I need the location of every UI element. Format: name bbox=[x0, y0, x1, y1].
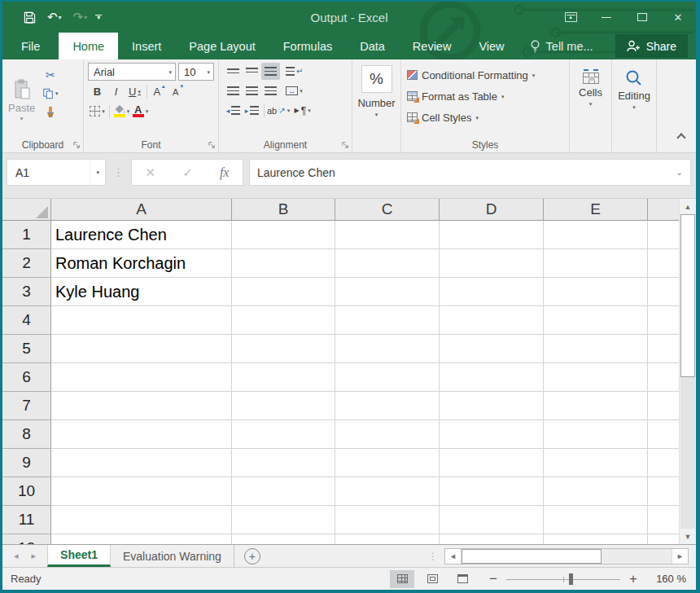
scroll-down-arrow[interactable]: ▼ bbox=[680, 529, 696, 544]
font-size-combo[interactable]: 10 ▾ bbox=[178, 63, 214, 81]
cell-A11[interactable] bbox=[51, 506, 232, 534]
clipboard-dialog-launcher[interactable] bbox=[73, 142, 81, 149]
cell-B3[interactable] bbox=[232, 278, 335, 306]
cell-D5[interactable] bbox=[440, 335, 544, 363]
normal-view-button[interactable] bbox=[390, 570, 414, 588]
cell-B8[interactable] bbox=[232, 420, 335, 449]
scroll-left-arrow[interactable]: ◄ bbox=[445, 549, 462, 564]
cell-A6[interactable] bbox=[51, 363, 232, 392]
tab-page-layout[interactable]: Page Layout bbox=[175, 33, 269, 59]
align-right-button[interactable] bbox=[261, 82, 280, 99]
new-sheet-button[interactable]: + bbox=[244, 548, 260, 564]
align-center-button[interactable] bbox=[243, 82, 261, 99]
zoom-level[interactable]: 160 % bbox=[650, 573, 686, 585]
cell-D8[interactable] bbox=[440, 420, 544, 449]
increase-font-size-button[interactable]: A▴ bbox=[150, 83, 168, 100]
cell-C1[interactable] bbox=[335, 221, 440, 249]
horizontal-scrollbar-thumb[interactable] bbox=[462, 549, 602, 564]
tab-insert[interactable]: Insert bbox=[118, 33, 175, 59]
merge-center-button[interactable]: ↔ ▾ bbox=[285, 82, 304, 99]
font-dialog-launcher[interactable] bbox=[208, 142, 216, 149]
ribbon-display-options-button[interactable]: ▴ bbox=[553, 5, 588, 29]
cell-E8[interactable] bbox=[544, 420, 648, 449]
row-header-7[interactable]: 7 bbox=[2, 392, 51, 420]
tab-home[interactable]: Home bbox=[59, 33, 118, 59]
cell-D2[interactable] bbox=[440, 249, 544, 278]
cell-C10[interactable] bbox=[335, 477, 440, 506]
scroll-right-arrow[interactable]: ► bbox=[672, 549, 688, 564]
cell-C3[interactable] bbox=[335, 278, 440, 306]
cell-C12[interactable] bbox=[335, 534, 440, 544]
cell-C5[interactable] bbox=[335, 335, 440, 363]
tab-view[interactable]: View bbox=[465, 33, 518, 59]
formula-bar-resize-dots[interactable]: ⋮ bbox=[113, 166, 124, 178]
cell-E6[interactable] bbox=[544, 363, 648, 392]
cell-A12[interactable] bbox=[51, 534, 232, 544]
row-header-11[interactable]: 11 bbox=[2, 506, 51, 534]
cell-A2[interactable]: Roman Korchagin bbox=[51, 249, 232, 278]
alignment-dialog-launcher[interactable] bbox=[342, 142, 349, 149]
bottom-align-button[interactable] bbox=[261, 63, 280, 80]
row-header-3[interactable]: 3 bbox=[2, 278, 51, 306]
close-button[interactable]: ✕ bbox=[660, 5, 696, 29]
font-name-combo[interactable]: Arial ▾ bbox=[88, 63, 176, 81]
tab-review[interactable]: Review bbox=[399, 33, 466, 59]
row-header-6[interactable]: 6 bbox=[2, 363, 51, 392]
cell-C7[interactable] bbox=[335, 392, 440, 420]
cell-A8[interactable] bbox=[51, 420, 232, 449]
sheet-tab-evaluation-warning[interactable]: Evaluation Warning bbox=[111, 545, 234, 567]
cell-A1[interactable]: Laurence Chen bbox=[51, 221, 232, 249]
row-header-1[interactable]: 1 bbox=[2, 221, 51, 249]
name-box[interactable]: A1 ▾ bbox=[7, 159, 106, 186]
cancel-entry-button[interactable]: ✕ bbox=[146, 165, 156, 180]
format-as-table-button[interactable]: Format as Table ▾ bbox=[401, 86, 569, 107]
cell-B9[interactable] bbox=[232, 449, 335, 477]
row-header-12[interactable]: 12 bbox=[2, 534, 51, 544]
decrease-indent-button[interactable]: ◂ bbox=[224, 102, 243, 119]
column-header-C[interactable]: C bbox=[335, 199, 440, 220]
formula-input[interactable]: Laurence Chen ⌄ bbox=[249, 159, 691, 186]
cell-D10[interactable] bbox=[440, 477, 544, 506]
page-break-view-button[interactable] bbox=[450, 570, 475, 588]
insert-function-button[interactable]: fx bbox=[220, 165, 230, 180]
cell-B2[interactable] bbox=[232, 249, 335, 278]
tell-me-button[interactable]: Tell me... bbox=[518, 33, 605, 59]
cell-C9[interactable] bbox=[335, 449, 440, 477]
cell-E11[interactable] bbox=[544, 506, 648, 534]
cell-D1[interactable] bbox=[440, 221, 544, 249]
cell-E2[interactable] bbox=[544, 249, 648, 278]
borders-button[interactable]: ▾ bbox=[88, 103, 107, 120]
zoom-out-button[interactable]: − bbox=[488, 571, 499, 587]
cell-B11[interactable] bbox=[232, 506, 335, 534]
cell-B5[interactable] bbox=[232, 335, 335, 363]
cell-D6[interactable] bbox=[440, 363, 544, 392]
row-header-2[interactable]: 2 bbox=[2, 249, 51, 278]
sheet-tab-sheet1[interactable]: Sheet1 bbox=[47, 545, 111, 567]
vertical-scrollbar-thumb[interactable] bbox=[680, 214, 695, 377]
cell-E5[interactable] bbox=[544, 335, 648, 363]
wrap-text-button[interactable]: ↵ bbox=[285, 63, 304, 80]
decrease-font-size-button[interactable]: A▾ bbox=[168, 83, 187, 100]
cell-A3[interactable]: Kyle Huang bbox=[51, 278, 232, 306]
cell-C11[interactable] bbox=[335, 506, 440, 534]
zoom-in-button[interactable]: + bbox=[628, 571, 639, 587]
font-color-button[interactable]: A ▾ bbox=[131, 103, 150, 120]
top-align-button[interactable] bbox=[224, 63, 243, 80]
row-header-4[interactable]: 4 bbox=[2, 306, 51, 335]
cell-E4[interactable] bbox=[544, 306, 648, 335]
cell-B6[interactable] bbox=[232, 363, 335, 392]
cell-styles-button[interactable]: Cell Styles ▾ bbox=[401, 107, 569, 128]
next-sheet-button[interactable]: ▸ bbox=[32, 551, 37, 561]
vertical-scrollbar-track[interactable] bbox=[680, 377, 695, 529]
cell-C2[interactable] bbox=[335, 249, 440, 278]
cells-button[interactable]: Cells ▾ bbox=[570, 63, 611, 107]
scroll-up-arrow[interactable]: ▲ bbox=[680, 199, 696, 214]
collapse-ribbon-button[interactable] bbox=[676, 133, 685, 142]
text-direction-button[interactable]: ▶¶▾ bbox=[293, 102, 312, 119]
zoom-slider-thumb[interactable] bbox=[569, 573, 573, 585]
editing-button[interactable]: Editing ▾ bbox=[612, 63, 656, 110]
cell-D12[interactable] bbox=[440, 534, 544, 544]
horizontal-scrollbar[interactable]: ◄ ► bbox=[444, 548, 689, 564]
number-format-button[interactable]: % Number ▾ bbox=[352, 63, 400, 117]
cell-D7[interactable] bbox=[440, 392, 544, 420]
